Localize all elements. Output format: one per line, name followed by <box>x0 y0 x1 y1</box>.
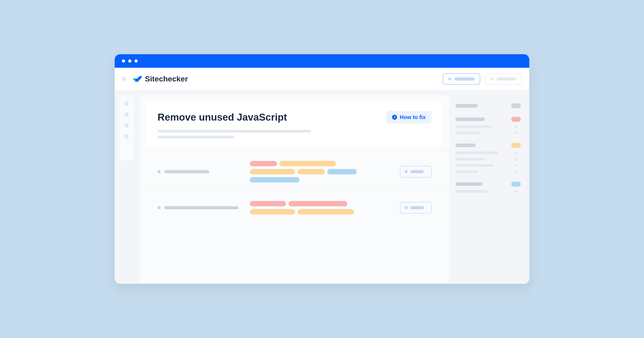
description-skeleton <box>158 136 234 138</box>
count-badge <box>511 117 521 122</box>
row-action-button[interactable] <box>400 166 432 177</box>
checkmark-icon <box>133 75 142 83</box>
group-title-skeleton <box>456 118 485 121</box>
main-panel: Remove unused JavaScript ? How to fix <box>140 95 449 284</box>
count-badge <box>511 181 521 186</box>
group-title-skeleton <box>456 182 482 186</box>
sidebar-item[interactable] <box>124 112 129 117</box>
window-control-minimize[interactable] <box>128 59 131 63</box>
placeholder-label <box>410 206 424 209</box>
tag <box>250 201 286 206</box>
row-url[interactable] <box>158 206 243 209</box>
header-primary-button[interactable] <box>443 73 480 85</box>
tag <box>250 209 295 214</box>
bullet-icon <box>158 206 161 209</box>
how-to-fix-label: How to fix <box>400 114 426 120</box>
summary-item[interactable] <box>456 132 521 134</box>
tag <box>298 169 325 174</box>
tag <box>280 161 336 166</box>
summary-group <box>456 117 521 134</box>
help-icon: ? <box>392 115 397 120</box>
row-action-button[interactable] <box>400 202 432 213</box>
summary-item[interactable] <box>456 125 521 128</box>
placeholder-icon <box>490 77 493 81</box>
url-skeleton <box>164 170 209 173</box>
row-tags <box>250 161 367 182</box>
count-badge <box>511 143 521 148</box>
summary-group <box>456 143 521 173</box>
description-skeleton <box>158 130 311 133</box>
header-secondary-button[interactable] <box>485 73 522 85</box>
sidebar-item[interactable] <box>124 123 129 128</box>
tag <box>250 177 300 182</box>
summary-item[interactable] <box>456 164 521 167</box>
issue-row <box>140 152 449 191</box>
row-url[interactable] <box>158 170 243 173</box>
placeholder-icon <box>448 77 451 81</box>
group-title-skeleton <box>456 144 476 147</box>
bullet-icon <box>158 170 161 173</box>
tag <box>250 169 295 174</box>
menu-toggle-icon[interactable] <box>122 77 126 81</box>
placeholder-icon <box>404 170 408 173</box>
right-sidebar <box>456 95 523 284</box>
summary-item[interactable] <box>456 190 521 193</box>
app-body: Remove unused JavaScript ? How to fix <box>115 90 529 284</box>
brand-logo[interactable]: Sitechecker <box>133 74 188 83</box>
issue-list <box>140 152 449 223</box>
tag <box>298 209 354 214</box>
app-header: Sitechecker <box>115 68 529 90</box>
page-title: Remove unused JavaScript <box>158 112 287 123</box>
sidebar-item[interactable] <box>124 102 129 106</box>
summary-group <box>456 181 521 193</box>
window-control-close[interactable] <box>122 59 125 63</box>
tag <box>289 201 347 206</box>
how-to-fix-button[interactable]: ? How to fix <box>386 111 432 124</box>
issue-card: Remove unused JavaScript ? How to fix <box>146 102 443 147</box>
summary-item[interactable] <box>456 170 521 173</box>
issue-row <box>140 191 449 223</box>
tag <box>250 161 277 166</box>
placeholder-icon <box>404 206 408 209</box>
app-window: Sitechecker Remove unused JavaScript ? <box>115 54 529 284</box>
window-titlebar <box>115 54 529 68</box>
summary-group <box>456 103 521 108</box>
sidebar-rail <box>120 95 134 161</box>
url-skeleton <box>164 206 239 209</box>
placeholder-label <box>496 77 517 81</box>
sidebar-item[interactable] <box>124 134 129 138</box>
summary-item[interactable] <box>456 152 521 154</box>
placeholder-label <box>410 170 424 173</box>
row-tags <box>250 201 367 214</box>
brand-name: Sitechecker <box>145 74 188 83</box>
count-badge <box>511 103 521 108</box>
placeholder-label <box>454 77 475 81</box>
group-title-skeleton <box>456 104 478 108</box>
summary-item[interactable] <box>456 158 521 161</box>
tag <box>328 169 357 174</box>
window-control-maximize[interactable] <box>134 59 138 63</box>
